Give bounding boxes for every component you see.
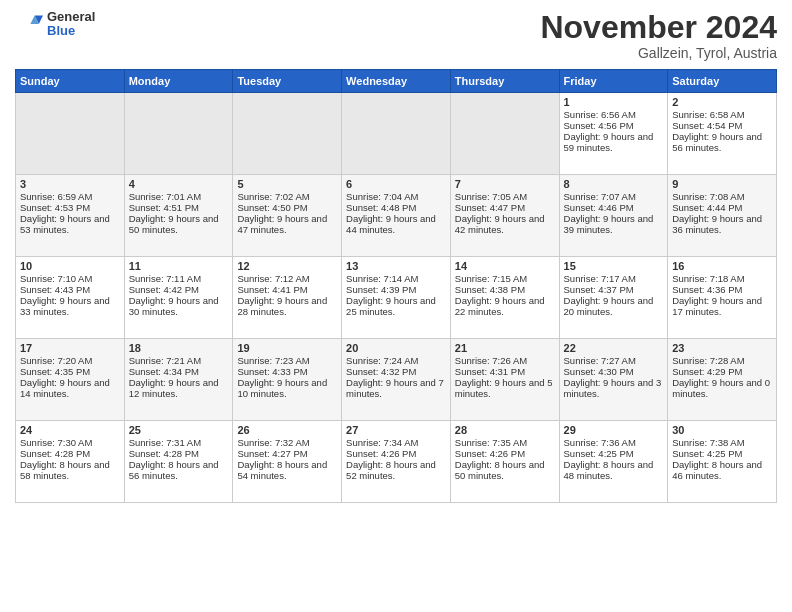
calendar-cell: 28 Sunrise: 7:35 AM Sunset: 4:26 PM Dayl…: [450, 421, 559, 503]
sunset: Sunset: 4:29 PM: [672, 366, 742, 377]
daylight: Daylight: 8 hours and 48 minutes.: [564, 459, 654, 481]
daylight: Daylight: 9 hours and 59 minutes.: [564, 131, 654, 153]
day-number: 27: [346, 424, 446, 436]
sunrise: Sunrise: 7:38 AM: [672, 437, 744, 448]
calendar-cell: 14 Sunrise: 7:15 AM Sunset: 4:38 PM Dayl…: [450, 257, 559, 339]
day-number: 10: [20, 260, 120, 272]
daylight: Daylight: 8 hours and 46 minutes.: [672, 459, 762, 481]
calendar-cell: [16, 93, 125, 175]
daylight: Daylight: 9 hours and 7 minutes.: [346, 377, 444, 399]
day-number: 29: [564, 424, 664, 436]
day-number: 18: [129, 342, 229, 354]
daylight: Daylight: 9 hours and 53 minutes.: [20, 213, 110, 235]
logo-blue: Blue: [47, 24, 95, 38]
calendar-week-4: 17 Sunrise: 7:20 AM Sunset: 4:35 PM Dayl…: [16, 339, 777, 421]
calendar-cell: 16 Sunrise: 7:18 AM Sunset: 4:36 PM Dayl…: [668, 257, 777, 339]
sunrise: Sunrise: 7:27 AM: [564, 355, 636, 366]
sunrise: Sunrise: 7:34 AM: [346, 437, 418, 448]
daylight: Daylight: 9 hours and 42 minutes.: [455, 213, 545, 235]
header-wednesday: Wednesday: [342, 70, 451, 93]
calendar-week-5: 24 Sunrise: 7:30 AM Sunset: 4:28 PM Dayl…: [16, 421, 777, 503]
sunset: Sunset: 4:28 PM: [129, 448, 199, 459]
sunset: Sunset: 4:51 PM: [129, 202, 199, 213]
sunset: Sunset: 4:37 PM: [564, 284, 634, 295]
sunset: Sunset: 4:25 PM: [564, 448, 634, 459]
sunset: Sunset: 4:32 PM: [346, 366, 416, 377]
daylight: Daylight: 9 hours and 14 minutes.: [20, 377, 110, 399]
sunrise: Sunrise: 7:11 AM: [129, 273, 201, 284]
day-number: 20: [346, 342, 446, 354]
calendar-cell: 15 Sunrise: 7:17 AM Sunset: 4:37 PM Dayl…: [559, 257, 668, 339]
day-number: 9: [672, 178, 772, 190]
sunrise: Sunrise: 7:02 AM: [237, 191, 309, 202]
calendar-cell: 8 Sunrise: 7:07 AM Sunset: 4:46 PM Dayli…: [559, 175, 668, 257]
daylight: Daylight: 9 hours and 25 minutes.: [346, 295, 436, 317]
daylight: Daylight: 9 hours and 5 minutes.: [455, 377, 553, 399]
sunset: Sunset: 4:36 PM: [672, 284, 742, 295]
calendar-cell: 24 Sunrise: 7:30 AM Sunset: 4:28 PM Dayl…: [16, 421, 125, 503]
daylight: Daylight: 9 hours and 28 minutes.: [237, 295, 327, 317]
calendar-cell: 30 Sunrise: 7:38 AM Sunset: 4:25 PM Dayl…: [668, 421, 777, 503]
daylight: Daylight: 9 hours and 50 minutes.: [129, 213, 219, 235]
daylight: Daylight: 9 hours and 47 minutes.: [237, 213, 327, 235]
sunset: Sunset: 4:54 PM: [672, 120, 742, 131]
page-container: General Blue November 2024 Gallzein, Tyr…: [0, 0, 792, 508]
daylight: Daylight: 9 hours and 10 minutes.: [237, 377, 327, 399]
day-number: 30: [672, 424, 772, 436]
sunset: Sunset: 4:25 PM: [672, 448, 742, 459]
calendar-cell: [124, 93, 233, 175]
sunrise: Sunrise: 7:04 AM: [346, 191, 418, 202]
header-monday: Monday: [124, 70, 233, 93]
daylight: Daylight: 9 hours and 44 minutes.: [346, 213, 436, 235]
sunrise: Sunrise: 7:18 AM: [672, 273, 744, 284]
sunrise: Sunrise: 7:01 AM: [129, 191, 201, 202]
sunrise: Sunrise: 7:15 AM: [455, 273, 527, 284]
sunset: Sunset: 4:47 PM: [455, 202, 525, 213]
day-number: 24: [20, 424, 120, 436]
sunset: Sunset: 4:56 PM: [564, 120, 634, 131]
logo-icon: [15, 10, 43, 38]
sunset: Sunset: 4:28 PM: [20, 448, 90, 459]
sunrise: Sunrise: 7:21 AM: [129, 355, 201, 366]
daylight: Daylight: 8 hours and 54 minutes.: [237, 459, 327, 481]
logo-general: General: [47, 10, 95, 24]
header-saturday: Saturday: [668, 70, 777, 93]
logo-text: General Blue: [47, 10, 95, 39]
daylight: Daylight: 9 hours and 0 minutes.: [672, 377, 770, 399]
calendar-cell: 2 Sunrise: 6:58 AM Sunset: 4:54 PM Dayli…: [668, 93, 777, 175]
sunrise: Sunrise: 7:30 AM: [20, 437, 92, 448]
header-friday: Friday: [559, 70, 668, 93]
calendar-cell: [233, 93, 342, 175]
sunset: Sunset: 4:43 PM: [20, 284, 90, 295]
calendar-week-3: 10 Sunrise: 7:10 AM Sunset: 4:43 PM Dayl…: [16, 257, 777, 339]
calendar-table: Sunday Monday Tuesday Wednesday Thursday…: [15, 69, 777, 503]
calendar-cell: 17 Sunrise: 7:20 AM Sunset: 4:35 PM Dayl…: [16, 339, 125, 421]
header-thursday: Thursday: [450, 70, 559, 93]
calendar-week-1: 1 Sunrise: 6:56 AM Sunset: 4:56 PM Dayli…: [16, 93, 777, 175]
sunrise: Sunrise: 7:32 AM: [237, 437, 309, 448]
calendar-cell: 6 Sunrise: 7:04 AM Sunset: 4:48 PM Dayli…: [342, 175, 451, 257]
day-number: 22: [564, 342, 664, 354]
sunset: Sunset: 4:50 PM: [237, 202, 307, 213]
daylight: Daylight: 8 hours and 56 minutes.: [129, 459, 219, 481]
day-number: 5: [237, 178, 337, 190]
sunrise: Sunrise: 7:36 AM: [564, 437, 636, 448]
calendar-cell: 23 Sunrise: 7:28 AM Sunset: 4:29 PM Dayl…: [668, 339, 777, 421]
sunset: Sunset: 4:33 PM: [237, 366, 307, 377]
calendar-header-row: Sunday Monday Tuesday Wednesday Thursday…: [16, 70, 777, 93]
calendar-cell: 4 Sunrise: 7:01 AM Sunset: 4:51 PM Dayli…: [124, 175, 233, 257]
sunrise: Sunrise: 6:59 AM: [20, 191, 92, 202]
sunrise: Sunrise: 7:24 AM: [346, 355, 418, 366]
sunset: Sunset: 4:38 PM: [455, 284, 525, 295]
day-number: 7: [455, 178, 555, 190]
calendar-cell: 3 Sunrise: 6:59 AM Sunset: 4:53 PM Dayli…: [16, 175, 125, 257]
calendar-cell: 22 Sunrise: 7:27 AM Sunset: 4:30 PM Dayl…: [559, 339, 668, 421]
day-number: 13: [346, 260, 446, 272]
daylight: Daylight: 9 hours and 17 minutes.: [672, 295, 762, 317]
calendar-cell: 7 Sunrise: 7:05 AM Sunset: 4:47 PM Dayli…: [450, 175, 559, 257]
calendar-cell: 10 Sunrise: 7:10 AM Sunset: 4:43 PM Dayl…: [16, 257, 125, 339]
day-number: 6: [346, 178, 446, 190]
sunset: Sunset: 4:41 PM: [237, 284, 307, 295]
calendar-cell: 21 Sunrise: 7:26 AM Sunset: 4:31 PM Dayl…: [450, 339, 559, 421]
day-number: 17: [20, 342, 120, 354]
